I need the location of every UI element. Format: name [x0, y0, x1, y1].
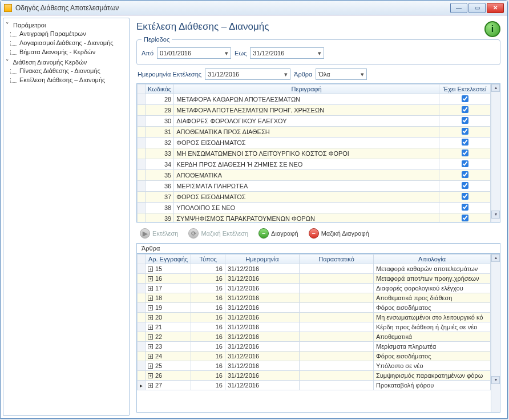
table-row[interactable]: +261631/12/2016Συμψηφισμός παρακρατημένω… — [138, 371, 491, 381]
table-row[interactable]: 37ΦΟΡΟΣ ΕΙΣΟΔΗΜΑΤΟΣ — [138, 192, 491, 203]
table-row[interactable]: +231631/12/2016Μερίσματα πληρωτέα — [138, 342, 491, 352]
collapse-icon[interactable]: ˅ — [5, 59, 10, 66]
expand-icon[interactable]: + — [148, 334, 153, 340]
exec-button[interactable]: ▶ Εκτέλεση — [138, 227, 180, 240]
tree-node-accounts[interactable]: Λογαριασμοί Διάθεσης - Διανομής — [5, 38, 128, 47]
col-type[interactable]: Τύπος — [191, 255, 225, 264]
table-row[interactable]: +201631/12/2016Μη ενσωματωμένοι στο λειτ… — [138, 313, 491, 322]
expand-icon[interactable]: + — [148, 305, 153, 310]
table-row[interactable]: +181631/12/2016Αποθεματικά προς διάθεση — [138, 293, 491, 303]
col-document[interactable]: Παραστατικό — [300, 255, 374, 264]
tree-node-params[interactable]: ˅ Παράμετροι Αντιγραφή Παραμέτρων Λογαρι… — [5, 21, 128, 58]
table-row[interactable]: 36ΜΕΡΙΣΜΑΤΑ ΠΛΗΡΩΤΕΑ — [138, 181, 491, 192]
from-date-input[interactable]: 01/01/2016 ▾ — [157, 47, 231, 59]
expand-icon[interactable]: + — [148, 373, 153, 378]
executed-checkbox[interactable] — [462, 215, 468, 221]
cell-doc — [300, 264, 374, 274]
executed-checkbox[interactable] — [462, 160, 468, 167]
executed-checkbox[interactable] — [462, 150, 468, 156]
maximize-button[interactable]: ▭ — [468, 3, 486, 13]
table-row[interactable]: +271631/12/2016Προκαταβολή φόρου — [138, 381, 491, 390]
expand-icon[interactable]: + — [148, 344, 153, 349]
vertical-scrollbar[interactable]: ▴ ▾ — [491, 84, 500, 222]
table-row[interactable]: +161631/12/2016Μεταφορά αποτ/των προηγ.χ… — [138, 274, 491, 284]
tree-node-table[interactable]: Πίνακας Διάθεσης - Διανομής — [5, 66, 128, 75]
expand-icon[interactable]: + — [148, 286, 153, 291]
cell-doc — [300, 352, 374, 361]
table-row[interactable]: +171631/12/2016Διαφορές φορολογικού ελέγ… — [138, 284, 491, 293]
executed-checkbox[interactable] — [462, 128, 468, 135]
tree-node-copy-params[interactable]: Αντιγραφή Παραμέτρων — [5, 29, 128, 38]
executed-checkbox[interactable] — [462, 117, 468, 124]
col-desc[interactable]: Περιγραφή — [174, 84, 439, 94]
tree-node-steps[interactable]: Βήματα Διανομής - Κερδών — [5, 47, 128, 56]
table-row[interactable]: +191631/12/2016Φόρος εισοδήματος — [138, 303, 491, 313]
table-row[interactable]: +241631/12/2016Φόρος εισοδήματος — [138, 352, 491, 361]
executed-checkbox[interactable] — [462, 139, 468, 146]
scroll-up-icon[interactable]: ▴ — [491, 254, 500, 262]
table-row[interactable]: 33ΜΗ ΕΝΣΩΜΑΤΩΜΕΝΟΙ ΣΤΟ ΛΕΙΤΟΥΡΓΙΚΟ ΚΟΣΤΟ… — [138, 148, 491, 159]
expand-icon[interactable]: + — [148, 315, 153, 320]
cell-date: 31/12/2016 — [225, 381, 300, 390]
scroll-down-icon[interactable]: ▾ — [491, 211, 500, 219]
collapse-icon[interactable]: ˅ — [5, 22, 10, 29]
col-reason[interactable]: Αιτιολογία — [374, 255, 491, 264]
exec-date-input[interactable]: 31/12/2016 ▾ — [205, 68, 290, 80]
expand-icon[interactable]: + — [148, 266, 153, 272]
table-row[interactable]: +211631/12/2016Κέρδη προς διάθεση ή ζημι… — [138, 322, 491, 332]
minimize-button[interactable]: — — [450, 3, 467, 13]
cell-type: 16 — [191, 371, 225, 381]
expand-icon[interactable]: + — [148, 383, 153, 388]
table-row[interactable]: 31ΑΠΟΘΕΜΑΤΙΚΑ ΠΡΟΣ ΔΙΑΘΕΣΗ — [138, 127, 491, 138]
cell-reason: Μεταφορά καθαρών αποτελεσμάτων — [374, 264, 491, 274]
executed-checkbox[interactable] — [462, 193, 468, 200]
cell-num: +15 — [146, 264, 191, 274]
executed-checkbox[interactable] — [462, 171, 468, 178]
scroll-up-icon[interactable]: ▴ — [491, 84, 500, 92]
tree-node-execute[interactable]: Εκτέλεση Διάθεσης – Διανομής — [5, 75, 128, 84]
executed-checkbox[interactable] — [462, 106, 468, 113]
mass-exec-button[interactable]: ⟳ Μαζική Εκτέλεση — [186, 227, 251, 240]
table-row[interactable]: 39ΣΥΜΨΗΦΙΣΜΟΣ ΠΑΡΑΚΡΑΤΟΥΜΕΝΩΝ ΦΟΡΩΝ — [138, 213, 491, 223]
cell-code: 38 — [146, 203, 174, 213]
title-bar: Οδηγός Διάθεσης Αποτελεσμάτων — ▭ ✕ — [1, 1, 507, 15]
table-row[interactable]: +221631/12/2016Αποθεματικά — [138, 332, 491, 342]
table-row[interactable]: +151631/12/2016Μεταφορά καθαρών αποτελεσ… — [138, 264, 491, 274]
vertical-scrollbar[interactable]: ▴ ▾ — [491, 254, 500, 412]
table-row[interactable]: 32ΦΟΡΟΣ ΕΙΣΟΔΗΜΑΤΟΣ — [138, 138, 491, 148]
expand-icon[interactable]: + — [148, 296, 153, 301]
expand-icon[interactable]: + — [148, 354, 153, 359]
executed-checkbox[interactable] — [462, 95, 468, 102]
expand-icon[interactable]: + — [148, 364, 153, 369]
row-marker-col — [138, 255, 146, 264]
cell-desc: ΑΠΟΘΕΜΑΤΙΚΑ ΠΡΟΣ ΔΙΑΘΕΣΗ — [174, 127, 439, 138]
cell-reason: Αποθεματικά προς διάθεση — [374, 293, 491, 303]
table-row[interactable]: 35ΑΠΟΘΕΜΑΤΙΚΑ — [138, 170, 491, 181]
delete-button[interactable]: − Διαγραφή — [256, 227, 301, 240]
executed-checkbox[interactable] — [462, 204, 468, 211]
cell-num: +21 — [146, 322, 191, 332]
table-row[interactable]: 30ΔΙΑΦΟΡΕΣ ΦΟΡΟΛΟΓΙΚΟΥ ΕΛΕΓΧΟΥ — [138, 116, 491, 127]
expand-icon[interactable]: + — [148, 276, 153, 281]
col-executed[interactable]: Έχει Εκτελεστεί — [439, 84, 491, 94]
table-row[interactable]: 34ΚΕΡΔΗ ΠΡΟΣ ΔΙΑΘΕΣΗ Ή ΖΗΜΙΕΣ ΣΕ ΝΕΟ — [138, 159, 491, 170]
col-entry-num[interactable]: Αρ. Εγγραφής — [146, 255, 191, 264]
expand-icon[interactable]: + — [148, 325, 153, 330]
col-date[interactable]: Ημερομηνία — [225, 255, 300, 264]
mass-delete-button[interactable]: − Μαζική Διαγραφή — [306, 227, 371, 240]
table-row[interactable]: 29ΜΕΤΑΦΟΡΑ ΑΠΟΤΕΛΕΣΜΑΤΩΝ ΠΡΟΗΓ. ΧΡΗΣΕΩΝ — [138, 105, 491, 116]
to-date-input[interactable]: 31/12/2016 ▾ — [250, 47, 324, 59]
table-row[interactable]: +251631/12/2016Υπόλοιπο σε νέο — [138, 361, 491, 371]
executed-checkbox[interactable] — [462, 182, 468, 189]
info-icon[interactable]: i — [484, 21, 500, 37]
table-row[interactable]: 28ΜΕΤΑΦΟΡΑ ΚΑΘΑΡΩΝ ΑΠΟΤΕΛΕΣΜΑΤΩΝ — [138, 94, 491, 105]
arthra-select[interactable]: Όλα ▾ — [316, 68, 367, 80]
from-label: Από — [142, 50, 153, 56]
tree-node-distribution[interactable]: ˅ Διάθεση Διανομής Κερδών Πίνακας Διάθεσ… — [5, 58, 128, 86]
play-icon: ▶ — [140, 228, 150, 239]
col-code[interactable]: Κωδικός — [146, 84, 174, 94]
table-row[interactable]: 38ΥΠΟΛΟΙΠΟ ΣΕ ΝΕΟ — [138, 203, 491, 213]
cell-num: +26 — [146, 371, 191, 381]
scroll-down-icon[interactable]: ▾ — [491, 376, 500, 384]
close-button[interactable]: ✕ — [487, 3, 504, 13]
